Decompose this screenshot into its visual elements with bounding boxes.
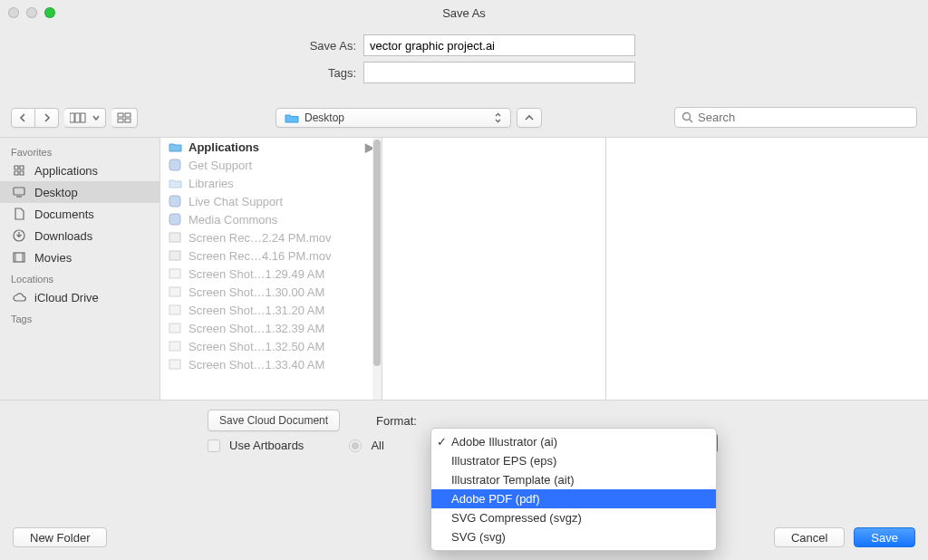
list-item[interactable]: Media Commons <box>160 210 382 228</box>
apps-icon <box>11 162 27 179</box>
scroll-thumb[interactable] <box>373 140 381 366</box>
image-icon <box>168 285 182 299</box>
chevron-left-icon <box>19 113 27 122</box>
search-input[interactable] <box>698 111 910 124</box>
list-item[interactable]: Screen Shot…1.30.00 AM <box>160 283 382 301</box>
folder-icon <box>168 140 182 154</box>
all-label: All <box>371 439 383 452</box>
toolbar: Desktop <box>0 98 928 138</box>
all-radio <box>349 439 362 452</box>
desktop-icon <box>11 184 27 200</box>
collapse-button[interactable] <box>517 108 542 128</box>
saveas-field[interactable] <box>363 34 635 56</box>
format-option-svg[interactable]: SVG (svg) <box>431 527 716 546</box>
sidebar-item-label: iCloud Drive <box>34 291 99 304</box>
check-icon: ✓ <box>437 435 447 449</box>
format-option-ai[interactable]: ✓ Adobe Illustrator (ai) <box>431 432 716 451</box>
close-window-button[interactable] <box>8 7 19 18</box>
forward-button[interactable] <box>35 108 59 128</box>
list-item[interactable]: Screen Shot…1.32.50 AM <box>160 337 382 355</box>
back-button[interactable] <box>11 108 35 128</box>
list-item[interactable]: Applications ▶ <box>160 138 382 156</box>
sidebar-item-desktop[interactable]: Desktop <box>0 181 160 203</box>
list-item[interactable]: Get Support <box>160 156 382 174</box>
cancel-button[interactable]: Cancel <box>774 527 845 547</box>
sidebar-item-label: Documents <box>34 208 94 221</box>
nav-back-forward <box>11 108 59 128</box>
movies-icon <box>11 249 27 266</box>
use-artboards-checkbox <box>208 439 220 452</box>
view-mode <box>64 108 106 128</box>
sidebar-item-applications[interactable]: Applications <box>0 159 160 181</box>
sidebar-item-movies[interactable]: Movies <box>0 246 160 268</box>
group-button[interactable] <box>111 108 138 128</box>
downloads-icon <box>11 227 27 244</box>
svg-rect-24 <box>169 342 180 351</box>
browser-column-3[interactable] <box>606 138 928 400</box>
window-controls <box>8 7 55 18</box>
location-popup[interactable]: Desktop <box>276 108 511 128</box>
save-cloud-button[interactable]: Save Cloud Document <box>208 410 340 431</box>
format-option-svgz[interactable]: SVG Compressed (svgz) <box>431 508 716 527</box>
file-label: Live Chat Support <box>188 195 283 208</box>
list-item[interactable]: Screen Shot…1.31.20 AM <box>160 301 382 319</box>
svg-rect-18 <box>169 233 180 242</box>
sidebar-item-documents[interactable]: Documents <box>0 203 160 225</box>
format-option-label: Illustrator Template (ait) <box>451 473 575 487</box>
svg-rect-20 <box>169 269 180 278</box>
file-browser: Favorites Applications Desktop Documents <box>0 138 928 401</box>
titlebar: Save As <box>0 0 928 25</box>
app-icon <box>168 212 182 227</box>
format-option-ait[interactable]: Illustrator Template (ait) <box>431 470 716 489</box>
saveas-label: Save As: <box>293 39 356 53</box>
tags-field[interactable] <box>363 62 635 83</box>
updown-icon <box>494 112 502 123</box>
save-button[interactable]: Save <box>854 527 915 547</box>
svg-rect-25 <box>169 360 180 369</box>
search-field[interactable] <box>674 107 917 128</box>
list-item[interactable]: Live Chat Support <box>160 192 382 210</box>
sidebar-item-icloud[interactable]: iCloud Drive <box>0 286 160 308</box>
svg-rect-17 <box>169 214 180 225</box>
svg-line-8 <box>690 120 693 123</box>
list-item[interactable]: Screen Shot…1.29.49 AM <box>160 265 382 283</box>
list-item[interactable]: Screen Shot…1.32.39 AM <box>160 319 382 337</box>
svg-rect-0 <box>70 113 74 122</box>
location-label: Desktop <box>304 111 344 124</box>
format-option-pdf[interactable]: Adobe PDF (pdf) <box>431 489 716 508</box>
browser-column-1[interactable]: Applications ▶ Get Support Libraries Liv… <box>160 138 382 400</box>
search-icon <box>682 111 693 123</box>
scrollbar[interactable] <box>372 138 382 400</box>
sidebar-item-label: Movies <box>34 251 72 265</box>
group-icon <box>117 112 131 123</box>
svg-rect-15 <box>169 159 180 170</box>
view-mode-button[interactable] <box>64 108 106 128</box>
image-icon <box>168 357 182 372</box>
sidebar-item-downloads[interactable]: Downloads <box>0 225 160 246</box>
new-folder-button[interactable]: New Folder <box>13 527 107 547</box>
list-item[interactable]: Libraries <box>160 174 382 192</box>
movie-icon <box>168 248 182 263</box>
format-option-eps[interactable]: Illustrator EPS (eps) <box>431 451 716 470</box>
svg-rect-9 <box>14 188 24 195</box>
minimize-window-button[interactable] <box>26 7 37 18</box>
saveas-row: Save As: <box>0 34 928 56</box>
use-artboards-label: Use Artboards <box>229 439 304 452</box>
svg-point-7 <box>683 113 691 121</box>
list-item[interactable]: Screen Shot…1.33.40 AM <box>160 355 382 373</box>
file-label: Applications <box>188 140 259 154</box>
window-title: Save As <box>442 6 486 20</box>
chevron-down-icon <box>92 114 100 121</box>
file-label: Screen Shot…1.29.49 AM <box>188 267 324 281</box>
image-icon <box>168 339 182 353</box>
list-item[interactable]: Screen Rec…4.16 PM.mov <box>160 246 382 265</box>
list-item[interactable]: Screen Rec…2.24 PM.mov <box>160 228 382 246</box>
format-option-label: Adobe PDF (pdf) <box>451 492 540 506</box>
svg-rect-16 <box>169 196 180 207</box>
app-icon <box>168 194 182 208</box>
svg-rect-3 <box>118 113 123 117</box>
image-icon <box>168 321 182 335</box>
folder-icon <box>168 176 182 190</box>
browser-column-2[interactable] <box>382 138 606 400</box>
zoom-window-button[interactable] <box>44 7 55 18</box>
